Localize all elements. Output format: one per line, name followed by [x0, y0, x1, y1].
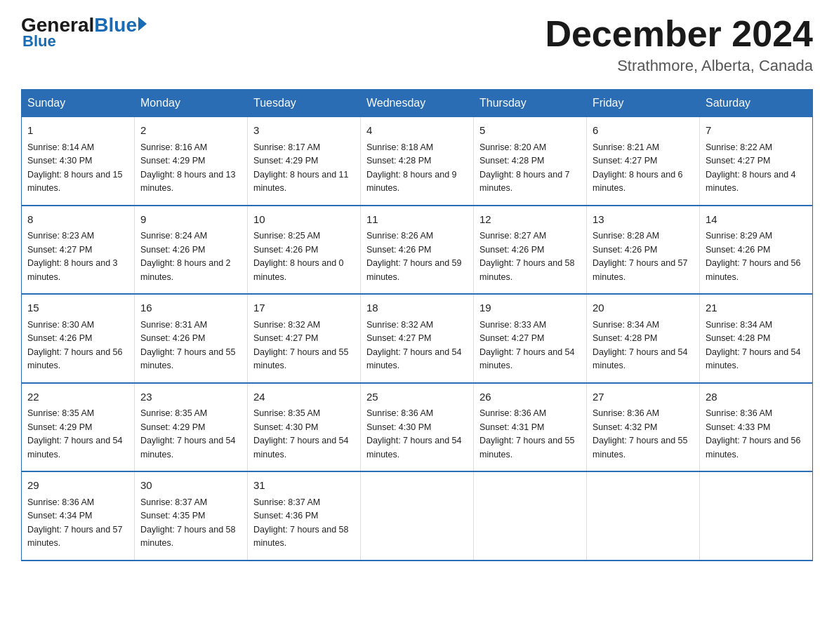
- day-info: Sunrise: 8:22 AMSunset: 4:27 PMDaylight:…: [706, 142, 796, 194]
- day-info: Sunrise: 8:34 AMSunset: 4:28 PMDaylight:…: [593, 320, 688, 371]
- weekday-header-row: SundayMondayTuesdayWednesdayThursdayFrid…: [22, 90, 813, 117]
- day-cell: 18 Sunrise: 8:32 AMSunset: 4:27 PMDaylig…: [361, 294, 474, 383]
- day-cell: 1 Sunrise: 8:14 AMSunset: 4:30 PMDayligh…: [22, 117, 135, 206]
- day-info: Sunrise: 8:37 AMSunset: 4:36 PMDaylight:…: [253, 497, 349, 549]
- weekday-header-saturday: Saturday: [700, 90, 813, 117]
- day-info: Sunrise: 8:14 AMSunset: 4:30 PMDaylight:…: [27, 142, 123, 194]
- day-number: 18: [366, 300, 468, 316]
- day-cell: 22 Sunrise: 8:35 AMSunset: 4:29 PMDaylig…: [22, 383, 135, 472]
- day-cell: 8 Sunrise: 8:23 AMSunset: 4:27 PMDayligh…: [22, 206, 135, 295]
- day-number: 10: [253, 212, 355, 228]
- logo-blue-text: Blue: [94, 14, 137, 36]
- day-info: Sunrise: 8:16 AMSunset: 4:29 PMDaylight:…: [140, 142, 236, 194]
- weekday-header-tuesday: Tuesday: [248, 90, 361, 117]
- day-cell: 27 Sunrise: 8:36 AMSunset: 4:32 PMDaylig…: [587, 383, 700, 472]
- logo-arrow-icon: [138, 17, 147, 31]
- day-cell: 10 Sunrise: 8:25 AMSunset: 4:26 PMDaylig…: [248, 206, 361, 295]
- page-header: GeneralBlue Blue December 2024 Strathmor…: [21, 14, 813, 75]
- day-cell: 31 Sunrise: 8:37 AMSunset: 4:36 PMDaylig…: [248, 471, 361, 561]
- day-number: 11: [366, 212, 468, 228]
- day-info: Sunrise: 8:35 AMSunset: 4:29 PMDaylight:…: [27, 408, 123, 459]
- day-info: Sunrise: 8:34 AMSunset: 4:28 PMDaylight:…: [706, 320, 801, 371]
- month-title: December 2024: [545, 14, 813, 54]
- logo-underline: Blue: [22, 32, 56, 51]
- day-info: Sunrise: 8:32 AMSunset: 4:27 PMDaylight:…: [253, 320, 349, 371]
- day-number: 5: [479, 123, 581, 139]
- day-cell: 24 Sunrise: 8:35 AMSunset: 4:30 PMDaylig…: [248, 383, 361, 472]
- day-number: 2: [140, 123, 241, 139]
- day-number: 3: [253, 123, 355, 139]
- day-number: 23: [140, 389, 241, 405]
- day-cell: 20 Sunrise: 8:34 AMSunset: 4:28 PMDaylig…: [587, 294, 700, 383]
- day-number: 20: [593, 300, 694, 316]
- day-cell: [700, 471, 813, 561]
- week-row-4: 22 Sunrise: 8:35 AMSunset: 4:29 PMDaylig…: [22, 383, 813, 472]
- day-info: Sunrise: 8:35 AMSunset: 4:30 PMDaylight:…: [253, 408, 349, 459]
- day-cell: 11 Sunrise: 8:26 AMSunset: 4:26 PMDaylig…: [361, 206, 474, 295]
- day-info: Sunrise: 8:21 AMSunset: 4:27 PMDaylight:…: [593, 142, 683, 194]
- day-number: 24: [253, 389, 355, 405]
- weekday-header-sunday: Sunday: [22, 90, 135, 117]
- day-info: Sunrise: 8:32 AMSunset: 4:27 PMDaylight:…: [366, 320, 462, 371]
- day-info: Sunrise: 8:36 AMSunset: 4:32 PMDaylight:…: [593, 408, 688, 459]
- day-number: 14: [706, 212, 807, 228]
- day-cell: 17 Sunrise: 8:32 AMSunset: 4:27 PMDaylig…: [248, 294, 361, 383]
- day-info: Sunrise: 8:24 AMSunset: 4:26 PMDaylight:…: [140, 231, 231, 282]
- day-number: 29: [27, 478, 128, 494]
- day-cell: 29 Sunrise: 8:36 AMSunset: 4:34 PMDaylig…: [22, 471, 135, 561]
- day-cell: 13 Sunrise: 8:28 AMSunset: 4:26 PMDaylig…: [587, 206, 700, 295]
- day-number: 1: [27, 123, 128, 139]
- day-info: Sunrise: 8:23 AMSunset: 4:27 PMDaylight:…: [27, 231, 118, 282]
- day-cell: 14 Sunrise: 8:29 AMSunset: 4:26 PMDaylig…: [700, 206, 813, 295]
- calendar-table: SundayMondayTuesdayWednesdayThursdayFrid…: [21, 89, 813, 561]
- day-info: Sunrise: 8:33 AMSunset: 4:27 PMDaylight:…: [479, 320, 575, 371]
- day-number: 16: [140, 300, 241, 316]
- day-info: Sunrise: 8:35 AMSunset: 4:29 PMDaylight:…: [140, 408, 236, 459]
- week-row-5: 29 Sunrise: 8:36 AMSunset: 4:34 PMDaylig…: [22, 471, 813, 561]
- day-info: Sunrise: 8:37 AMSunset: 4:35 PMDaylight:…: [140, 497, 236, 549]
- day-cell: 3 Sunrise: 8:17 AMSunset: 4:29 PMDayligh…: [248, 117, 361, 206]
- day-number: 27: [593, 389, 694, 405]
- day-info: Sunrise: 8:18 AMSunset: 4:28 PMDaylight:…: [366, 142, 457, 194]
- day-cell: [474, 471, 587, 561]
- day-number: 31: [253, 478, 355, 494]
- week-row-3: 15 Sunrise: 8:30 AMSunset: 4:26 PMDaylig…: [22, 294, 813, 383]
- day-number: 25: [366, 389, 468, 405]
- day-cell: 4 Sunrise: 8:18 AMSunset: 4:28 PMDayligh…: [361, 117, 474, 206]
- day-info: Sunrise: 8:31 AMSunset: 4:26 PMDaylight:…: [140, 320, 236, 371]
- day-number: 6: [593, 123, 694, 139]
- day-info: Sunrise: 8:29 AMSunset: 4:26 PMDaylight:…: [706, 231, 801, 282]
- day-number: 26: [479, 389, 581, 405]
- day-cell: 9 Sunrise: 8:24 AMSunset: 4:26 PMDayligh…: [135, 206, 248, 295]
- weekday-header-thursday: Thursday: [474, 90, 587, 117]
- week-row-1: 1 Sunrise: 8:14 AMSunset: 4:30 PMDayligh…: [22, 117, 813, 206]
- day-cell: 6 Sunrise: 8:21 AMSunset: 4:27 PMDayligh…: [587, 117, 700, 206]
- day-info: Sunrise: 8:36 AMSunset: 4:33 PMDaylight:…: [706, 408, 801, 459]
- day-info: Sunrise: 8:20 AMSunset: 4:28 PMDaylight:…: [479, 142, 570, 194]
- day-cell: 2 Sunrise: 8:16 AMSunset: 4:29 PMDayligh…: [135, 117, 248, 206]
- day-number: 21: [706, 300, 807, 316]
- day-cell: 19 Sunrise: 8:33 AMSunset: 4:27 PMDaylig…: [474, 294, 587, 383]
- day-cell: 15 Sunrise: 8:30 AMSunset: 4:26 PMDaylig…: [22, 294, 135, 383]
- day-cell: 23 Sunrise: 8:35 AMSunset: 4:29 PMDaylig…: [135, 383, 248, 472]
- day-cell: 16 Sunrise: 8:31 AMSunset: 4:26 PMDaylig…: [135, 294, 248, 383]
- day-info: Sunrise: 8:36 AMSunset: 4:34 PMDaylight:…: [27, 497, 123, 549]
- day-number: 30: [140, 478, 241, 494]
- title-block: December 2024 Strathmore, Alberta, Canad…: [545, 14, 813, 75]
- day-number: 4: [366, 123, 468, 139]
- day-info: Sunrise: 8:36 AMSunset: 4:31 PMDaylight:…: [479, 408, 575, 459]
- day-number: 9: [140, 212, 241, 228]
- day-cell: [587, 471, 700, 561]
- day-number: 15: [27, 300, 128, 316]
- day-cell: 12 Sunrise: 8:27 AMSunset: 4:26 PMDaylig…: [474, 206, 587, 295]
- logo: GeneralBlue Blue: [21, 14, 147, 51]
- weekday-header-friday: Friday: [587, 90, 700, 117]
- week-row-2: 8 Sunrise: 8:23 AMSunset: 4:27 PMDayligh…: [22, 206, 813, 295]
- weekday-header-monday: Monday: [135, 90, 248, 117]
- day-number: 12: [479, 212, 581, 228]
- day-info: Sunrise: 8:25 AMSunset: 4:26 PMDaylight:…: [253, 231, 344, 282]
- day-number: 28: [706, 389, 807, 405]
- weekday-header-wednesday: Wednesday: [361, 90, 474, 117]
- day-number: 22: [27, 389, 128, 405]
- day-number: 17: [253, 300, 355, 316]
